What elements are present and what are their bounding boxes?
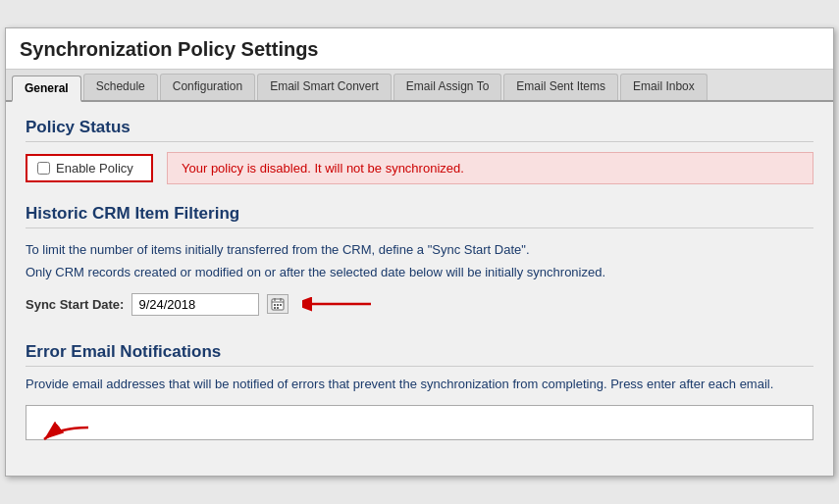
enable-policy-checkbox[interactable]: [37, 162, 50, 175]
tab-email-assign-to[interactable]: Email Assign To: [393, 74, 502, 100]
error-email-description: Provide email addresses that will be not…: [26, 377, 813, 391]
tab-email-inbox[interactable]: Email Inbox: [620, 74, 708, 100]
historic-crm-title: Historic CRM Item Filtering: [26, 204, 813, 228]
window-title: Synchronization Policy Settings: [6, 28, 833, 70]
policy-status-title: Policy Status: [26, 118, 813, 142]
svg-rect-4: [274, 304, 276, 306]
historic-crm-body: To limit the number of items initially t…: [26, 238, 813, 323]
sync-start-date-input[interactable]: [131, 293, 259, 316]
policy-status-section: Policy Status Enable Policy Your policy …: [26, 118, 813, 184]
error-email-input[interactable]: [26, 405, 813, 440]
svg-rect-5: [277, 304, 279, 306]
error-email-title: Error Email Notifications: [26, 342, 813, 367]
sync-start-date-label: Sync Start Date:: [26, 297, 124, 312]
enable-policy-label: Enable Policy: [56, 161, 133, 176]
svg-rect-6: [280, 304, 282, 306]
calendar-icon[interactable]: [267, 294, 288, 314]
historic-crm-line2: Only CRM records created or modified on …: [26, 265, 813, 279]
tab-schedule[interactable]: Schedule: [83, 74, 158, 100]
svg-rect-7: [274, 307, 276, 309]
main-content: Policy Status Enable Policy Your policy …: [6, 102, 833, 476]
sync-start-date-row: Sync Start Date:: [26, 289, 813, 319]
tab-bar: General Schedule Configuration Email Sma…: [6, 70, 833, 102]
disabled-message: Your policy is disabled. It will not be …: [167, 152, 813, 184]
tab-general[interactable]: General: [12, 76, 81, 102]
error-email-section: Error Email Notifications Provide email …: [26, 342, 813, 440]
tab-email-sent-items[interactable]: Email Sent Items: [503, 74, 618, 100]
tab-configuration[interactable]: Configuration: [160, 74, 255, 100]
main-window: Synchronization Policy Settings General …: [5, 27, 834, 477]
historic-crm-section: Historic CRM Item Filtering To limit the…: [26, 204, 813, 323]
svg-rect-8: [277, 307, 279, 309]
bottom-arrow: [29, 418, 98, 448]
historic-crm-line1: To limit the number of items initially t…: [26, 242, 813, 257]
policy-status-row: Enable Policy Your policy is disabled. I…: [26, 152, 813, 184]
sync-arrow: [302, 289, 381, 319]
tab-email-smart-convert[interactable]: Email Smart Convert: [257, 74, 392, 100]
error-email-input-container: [26, 397, 813, 440]
enable-policy-box: Enable Policy: [26, 154, 153, 182]
